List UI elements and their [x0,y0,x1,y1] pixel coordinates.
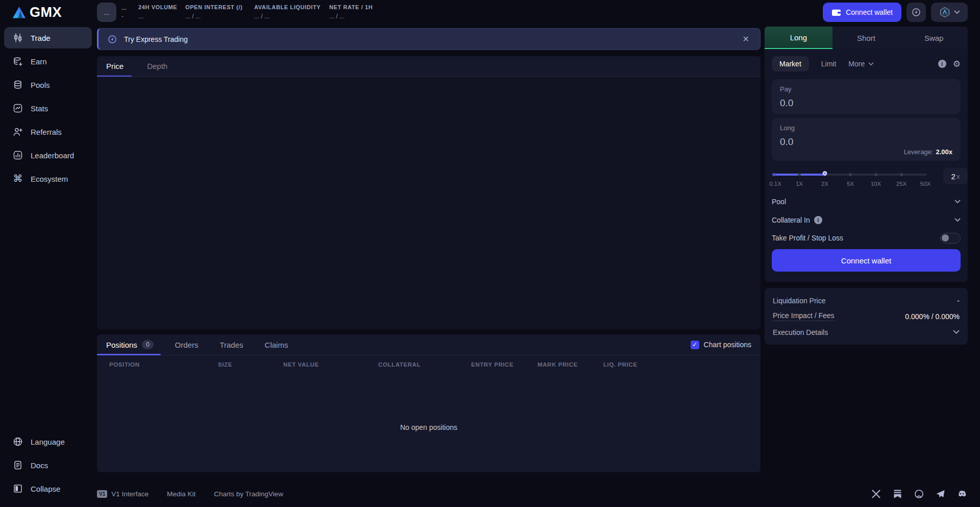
telegram-icon[interactable] [936,489,945,499]
gmx-logo-icon [12,6,26,19]
sidebar-item-label: Trade [31,34,51,42]
network-selector-button[interactable] [931,3,968,22]
tab-orders[interactable]: Orders [175,334,199,355]
gmx-app: GMX Trade [0,0,980,507]
order-summary-card: Liquidation Price - Price Impact / Fees … [765,288,968,345]
price-impact-fees-row: Price Impact / Fees 0.000% / 0.000% [773,308,960,324]
tradingview-link[interactable]: Charts by TradingView [214,490,283,498]
chevron-down-icon [954,10,960,14]
long-input-box[interactable]: Long 0.0 Leverage:2.00x [772,118,961,161]
info-icon[interactable]: i [938,60,946,68]
substack-icon[interactable] [893,489,902,499]
v1-badge: V1 [97,490,107,498]
sidebar-item-stats[interactable]: Stats [4,98,92,119]
tab-limit[interactable]: Limit [821,60,837,68]
leverage-slider-handle[interactable] [822,171,827,176]
checkbox-checked-icon[interactable]: ✓ [691,341,699,349]
sidebar-item-leaderboard[interactable]: Leaderboard [4,144,92,166]
sidebar: GMX Trade [0,0,95,507]
express-settings-button[interactable] [906,3,926,22]
direction-tabs: Long Short Swap [765,27,968,49]
empty-positions-message: No open positions [97,423,761,431]
positions-tabs: Positions 0 Orders Trades Claims ✓ Chart… [97,334,761,355]
tab-trades[interactable]: Trades [219,334,243,355]
sidebar-item-label: Pools [31,81,50,89]
discord-icon[interactable] [957,489,967,499]
ecosystem-icon: ⌘ [13,174,23,184]
chart-positions-toggle[interactable]: ✓ Chart positions [691,341,751,349]
tp-sl-row: Take Profit / Stop Loss [772,232,961,244]
top-actions: Connect wallet [823,3,968,22]
positions-card: Positions 0 Orders Trades Claims ✓ Chart… [97,334,761,472]
tab-positions[interactable]: Positions 0 [106,334,154,355]
pay-label: Pay [780,85,952,93]
media-kit-link[interactable]: Media Kit [167,490,195,498]
footer: V1 V1 Interface Media Kit Charts by Trad… [97,484,967,503]
tab-market[interactable]: Market [772,56,809,71]
leverage-slider-marks: 0.1X 1X 2X 5X 10X 25X 50X [774,181,927,188]
leverage-slider-track[interactable] [774,174,927,176]
sidebar-item-collapse[interactable]: Collapse [4,478,92,499]
positions-table-header: POSITION SIZE NET VALUE COLLATERAL ENTRY… [97,355,761,374]
v1-interface-link[interactable]: V1 V1 Interface [97,490,149,498]
sidebar-item-label: Ecosystem [31,175,68,183]
chevron-down-icon [954,200,961,204]
x-icon[interactable] [871,489,881,499]
sidebar-item-label: Earn [31,57,47,66]
order-type-row: Market Limit More i ⚙ [772,56,961,71]
trade-icon [13,33,23,43]
gear-icon[interactable]: ⚙ [953,60,961,68]
tab-swap[interactable]: Swap [900,27,968,49]
sidebar-item-pools[interactable]: Pools [4,74,92,95]
long-label: Long [780,124,952,132]
chart-tabs: Price Depth [97,56,761,77]
github-icon[interactable] [914,489,924,499]
sidebar-item-label: Leaderboard [31,151,74,160]
banner-text: Try Express Trading [124,35,188,43]
collateral-in-row[interactable]: Collateral In i [772,214,961,226]
express-trading-banner[interactable]: Try Express Trading ✕ [97,28,761,50]
network-arbitrum-icon [939,7,950,18]
sidebar-item-trade[interactable]: Trade [4,27,92,49]
execution-details-row[interactable]: Execution Details [773,324,960,340]
info-icon: i [814,216,822,224]
tab-depth[interactable]: Depth [147,56,167,76]
express-icon [107,34,117,44]
gmx-logo[interactable]: GMX [12,5,62,20]
stat-net-rate: NET RATE / 1H ... / ... [329,4,373,20]
pay-amount-input[interactable]: 0.0 [780,98,952,109]
sidebar-item-label: Stats [31,104,48,113]
tp-sl-toggle[interactable] [940,233,961,244]
tab-long[interactable]: Long [765,27,832,49]
tab-claims[interactable]: Claims [265,334,288,355]
pool-row[interactable]: Pool [772,196,961,207]
top-bar: ... ... - 24H VOLUME ... OPEN INTEREST (… [95,0,980,25]
leverage-value-input[interactable]: 2 x [943,168,968,184]
social-links [871,489,967,499]
tab-price[interactable]: Price [106,56,124,76]
more-dropdown[interactable]: More [848,60,874,68]
leaderboard-icon [13,150,23,160]
docs-icon [13,460,23,470]
sidebar-item-label: Language [31,438,65,446]
sidebar-nav: Trade Earn [4,27,92,191]
pay-input-box[interactable]: Pay 0.0 [772,79,961,114]
sidebar-item-earn[interactable]: Earn [4,51,92,72]
sidebar-item-ecosystem[interactable]: ⌘ Ecosystem [4,168,92,189]
connect-wallet-button[interactable]: Connect wallet [823,3,901,22]
market-stats: 24H VOLUME ... OPEN INTEREST (/) ... / .… [95,0,452,25]
close-icon[interactable]: ✕ [741,32,751,46]
tab-short[interactable]: Short [832,27,900,49]
long-amount-input[interactable]: 0.0 [780,136,952,148]
panel-connect-wallet-button[interactable]: Connect wallet [772,249,961,272]
sidebar-item-language[interactable]: Language [4,431,92,452]
chevron-down-icon [953,330,960,334]
sidebar-item-docs[interactable]: Docs [4,454,92,476]
sidebar-item-label: Collapse [31,485,60,493]
stat-available-liquidity: AVAILABLE LIQUIDITY ... / ... [254,4,321,20]
sidebar-item-referrals[interactable]: Referrals [4,121,92,142]
pools-icon [13,80,23,90]
chevron-down-icon [868,62,874,66]
stat-24h-volume: 24H VOLUME ... [138,4,177,20]
chevron-down-icon [954,218,961,222]
